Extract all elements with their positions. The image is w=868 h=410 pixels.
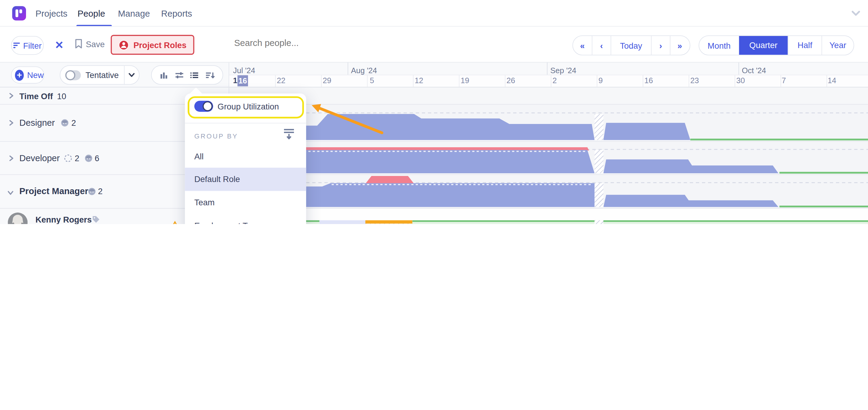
today-button[interactable]: Today bbox=[611, 41, 651, 50]
nav-item-projects[interactable]: Projects bbox=[35, 9, 67, 19]
group-by-option-employment-type[interactable]: Employment Type bbox=[185, 214, 306, 224]
nav-item-reports[interactable]: Reports bbox=[161, 9, 192, 19]
group-utilization-toggle[interactable] bbox=[194, 101, 213, 112]
project-manager-band-gap bbox=[595, 183, 603, 207]
project-roles-chip[interactable]: Project Roles bbox=[111, 35, 194, 55]
person-warning-icon[interactable] bbox=[170, 220, 180, 224]
group-people-count: 6 bbox=[95, 153, 99, 163]
nav-item-manage[interactable]: Manage bbox=[118, 9, 150, 19]
save-button-label: Save bbox=[86, 39, 105, 49]
group-label: Time Off bbox=[19, 91, 53, 101]
availability-block-green[interactable]: 0% bbox=[412, 220, 595, 224]
chart-options-group bbox=[151, 65, 223, 85]
logo-glyph bbox=[16, 9, 18, 17]
group-by-option-team[interactable]: Team bbox=[185, 191, 306, 214]
new-button-label: New bbox=[27, 70, 44, 80]
tag-icon bbox=[92, 215, 100, 223]
availability-block-partial[interactable]: 50% bbox=[319, 220, 365, 224]
bar-chart-icon[interactable] bbox=[159, 70, 168, 79]
nav-overflow-chevron-icon[interactable] bbox=[851, 9, 861, 17]
group-people-count: 2 bbox=[71, 118, 76, 127]
step-forward-button[interactable]: › bbox=[651, 41, 670, 50]
timeline-month-aug: Aug '24 bbox=[351, 66, 377, 75]
filter-button-label: Filter bbox=[23, 41, 42, 50]
group-list-icon[interactable] bbox=[190, 70, 199, 79]
kenny-row-gap bbox=[595, 220, 603, 224]
tentative-control: Tentative bbox=[60, 65, 140, 85]
view-month-button[interactable]: Month bbox=[699, 41, 739, 50]
developer-utilization-band[interactable] bbox=[233, 142, 868, 175]
person-count-icon bbox=[61, 119, 69, 127]
save-view-button[interactable]: Save bbox=[75, 39, 105, 49]
top-nav: Projects People Manage Reports bbox=[0, 0, 868, 27]
timeline-month-sep: Sep '24 bbox=[550, 66, 576, 75]
group-label: Project Manager bbox=[19, 187, 88, 196]
person-name: Kenny Rogers bbox=[35, 215, 92, 224]
sort-icon[interactable] bbox=[205, 70, 215, 79]
plus-circle-icon: + bbox=[15, 69, 24, 81]
step-back-button[interactable]: ‹ bbox=[592, 41, 611, 50]
app-logo[interactable] bbox=[12, 6, 26, 21]
group-by-section-label: GROUP BY bbox=[194, 132, 238, 140]
person-count-icon bbox=[88, 188, 96, 196]
new-button[interactable]: + New bbox=[11, 66, 44, 84]
zoom-level-switcher: Month Quarter Half Year bbox=[699, 35, 854, 55]
clear-filter-icon[interactable]: ✕ bbox=[55, 39, 63, 52]
timeoff-conflict-block[interactable] bbox=[365, 220, 412, 224]
chevron-down-icon[interactable] bbox=[7, 190, 14, 195]
group-placeholder-count: 2 bbox=[75, 153, 79, 163]
chevron-right-icon[interactable] bbox=[8, 120, 13, 126]
project-roles-label: Project Roles bbox=[133, 40, 186, 50]
placeholder-count-icon bbox=[64, 155, 72, 162]
jump-forward-button[interactable]: » bbox=[671, 41, 689, 50]
person-circle-icon bbox=[119, 40, 129, 50]
dropdown-caret bbox=[190, 87, 202, 93]
chevron-right-icon[interactable] bbox=[8, 155, 13, 162]
group-by-dropdown: Group Utilization GROUP BY All Default R… bbox=[185, 93, 306, 224]
project-manager-utilization-band[interactable] bbox=[233, 175, 868, 208]
view-year-button[interactable]: Year bbox=[822, 36, 854, 55]
toolbar: Filter ✕ Save Project Roles « ‹ Today bbox=[0, 27, 868, 63]
designer-band-gap bbox=[595, 114, 603, 140]
avatar[interactable] bbox=[8, 213, 28, 224]
tentative-toggle[interactable] bbox=[65, 70, 81, 80]
group-utilization-label: Group Utilization bbox=[217, 102, 279, 111]
group-label: Developer bbox=[19, 153, 60, 163]
group-count: 10 bbox=[57, 91, 66, 101]
designer-utilization-band[interactable] bbox=[233, 105, 868, 141]
view-quarter-button[interactable]: Quarter bbox=[739, 36, 788, 55]
tentative-chevron-down-icon[interactable] bbox=[125, 72, 139, 78]
jump-back-button[interactable]: « bbox=[573, 41, 592, 50]
logo-glyph-dot bbox=[19, 9, 22, 13]
developer-band-gap bbox=[595, 150, 603, 173]
person-count-icon bbox=[85, 155, 93, 162]
group-by-option-default-role[interactable]: Default Role bbox=[185, 168, 306, 191]
group-people-count: 2 bbox=[98, 187, 102, 196]
collapse-groups-icon[interactable] bbox=[283, 128, 294, 140]
tentative-toggle-knob bbox=[65, 70, 75, 80]
chevron-right-icon[interactable] bbox=[8, 93, 13, 99]
availability-block-green[interactable]: 0% bbox=[603, 220, 868, 224]
app-root: Projects People Manage Reports Filter ✕ … bbox=[0, 0, 868, 224]
tune-filters-icon[interactable] bbox=[175, 70, 184, 79]
timeline-month-jul: Jul '24 bbox=[233, 66, 255, 75]
filter-button[interactable]: Filter bbox=[11, 36, 44, 55]
group-by-option-all[interactable]: All bbox=[185, 145, 306, 168]
bookmark-icon bbox=[75, 39, 83, 49]
view-half-button[interactable]: Half bbox=[788, 36, 822, 55]
group-label: Designer bbox=[19, 118, 55, 128]
date-nav-group: « ‹ Today › » bbox=[572, 35, 690, 55]
tentative-label: Tentative bbox=[86, 70, 119, 80]
toggle-knob bbox=[203, 101, 213, 111]
filter-icon bbox=[13, 41, 20, 49]
search-input[interactable] bbox=[233, 37, 379, 49]
today-date-chip: 16 bbox=[238, 75, 248, 87]
nav-item-people[interactable]: People bbox=[78, 9, 105, 19]
timeline-month-oct: Oct '24 bbox=[742, 66, 766, 75]
